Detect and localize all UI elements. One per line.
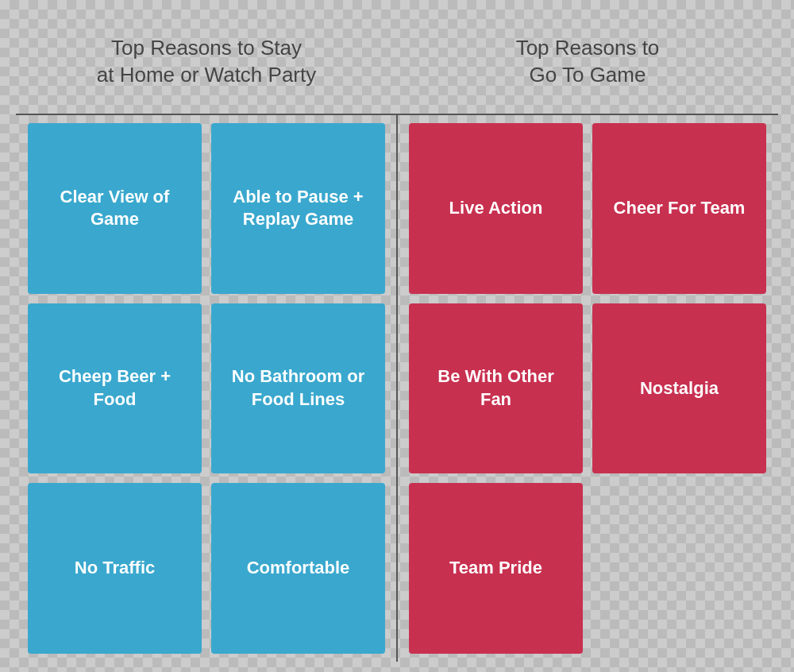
left-row-3: No Traffic Comfortable [28, 483, 385, 654]
left-row-1: Clear View of Game Able to Pause + Repla… [28, 123, 385, 294]
tile-pause-replay: Able to Pause + Replay Game [211, 123, 385, 294]
tile-cheer-team: Cheer For Team [592, 123, 766, 294]
tile-no-traffic: No Traffic [28, 483, 202, 654]
right-row-2: Be With Other Fan Nostalgia [409, 303, 766, 474]
vertical-divider [396, 115, 398, 662]
headers: Top Reasons to Stayat Home or Watch Part… [16, 10, 778, 114]
right-row-1: Live Action Cheer For Team [409, 123, 766, 294]
right-row-3: Team Pride [409, 483, 766, 654]
header-right: Top Reasons toGo To Game [397, 10, 778, 114]
left-title: Top Reasons to Stayat Home or Watch Part… [97, 35, 316, 89]
tile-no-bathroom: No Bathroom or Food Lines [211, 303, 385, 474]
tile-nostalgia: Nostalgia [592, 303, 766, 474]
tile-clear-view: Clear View of Game [28, 123, 202, 294]
header-left: Top Reasons to Stayat Home or Watch Part… [16, 10, 397, 114]
tile-be-with-fan: Be With Other Fan [409, 303, 583, 474]
tile-empty [592, 483, 766, 654]
left-row-2: Cheep Beer + Food No Bathroom or Food Li… [28, 303, 385, 474]
main-container: Top Reasons to Stayat Home or Watch Part… [16, 10, 778, 662]
tile-comfortable: Comfortable [211, 483, 385, 654]
content-area: Clear View of Game Able to Pause + Repla… [16, 115, 778, 662]
tile-live-action: Live Action [409, 123, 583, 294]
tile-team-pride: Team Pride [409, 483, 583, 654]
left-side: Clear View of Game Able to Pause + Repla… [16, 115, 397, 662]
right-side: Live Action Cheer For Team Be With Other… [397, 115, 778, 662]
tile-cheap-beer: Cheep Beer + Food [28, 303, 202, 474]
right-title: Top Reasons toGo To Game [516, 35, 660, 89]
